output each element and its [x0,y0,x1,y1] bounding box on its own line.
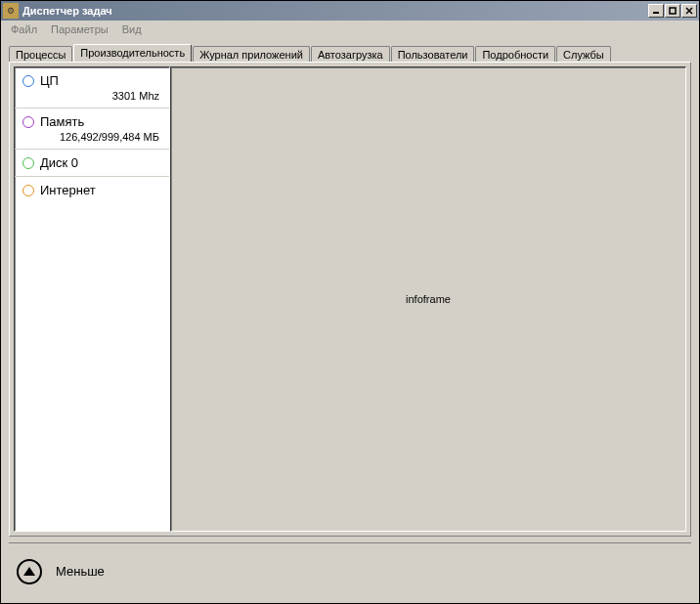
infoframe-panel: infoframe [170,66,686,532]
memory-label: Память [40,114,84,129]
disk-label: Диск 0 [40,155,78,170]
titlebar: ⚙ Диспетчер задач [1,1,699,21]
tab-app-history[interactable]: Журнал приложений [193,46,310,63]
performance-sidebar: ЦП 3301 Mhz Память 126,492/999,484 МБ Ди… [14,66,170,532]
window-title: Диспетчер задач [22,5,648,17]
sidebar-item-disk[interactable]: Диск 0 [15,150,169,177]
collapse-label: Меньше [56,564,105,579]
menu-options[interactable]: Параметры [45,22,114,36]
maximize-button[interactable] [665,4,680,18]
infoframe-text: infoframe [406,293,451,305]
performance-area: ЦП 3301 Mhz Память 126,492/999,484 МБ Ди… [10,63,690,536]
svg-rect-1 [670,8,676,14]
memory-indicator-icon [22,116,34,128]
menu-file[interactable]: Файл [5,22,43,36]
disk-indicator-icon [22,157,34,169]
tab-services[interactable]: Службы [556,46,611,63]
content-panel: ЦП 3301 Mhz Память 126,492/999,484 МБ Ди… [9,62,691,537]
window: ⚙ Диспетчер задач Файл Параметры Вид Про… [0,0,700,604]
arrow-up-icon [23,567,35,576]
close-button[interactable] [681,4,697,18]
footer: Меньше [9,542,691,599]
tab-users[interactable]: Пользователи [391,46,475,63]
maximize-icon [669,7,677,15]
cpu-label: ЦП [40,73,59,88]
minimize-button[interactable] [648,4,664,18]
cpu-value: 3301 Mhz [22,90,161,102]
tab-details[interactable]: Подробности [475,46,555,63]
tab-startup[interactable]: Автозагрузка [311,46,390,63]
tab-processes[interactable]: Процессы [9,46,72,63]
net-indicator-icon [22,185,34,196]
minimize-icon [652,7,660,15]
net-label: Интернет [40,183,96,197]
sidebar-item-memory[interactable]: Память 126,492/999,484 МБ [15,108,169,150]
cpu-indicator-icon [22,75,34,87]
memory-value: 126,492/999,484 МБ [22,131,161,143]
menu-view[interactable]: Вид [116,22,148,36]
tab-performance[interactable]: Производительность [73,44,192,62]
sidebar-item-cpu[interactable]: ЦП 3301 Mhz [15,67,169,108]
app-icon: ⚙ [3,3,19,19]
close-icon [685,7,693,15]
window-controls [648,4,697,18]
sidebar-item-net[interactable]: Интернет [15,177,169,203]
menubar: Файл Параметры Вид [1,21,699,38]
collapse-button[interactable] [17,559,42,584]
tabs: Процессы Производительность Журнал прило… [1,38,699,62]
